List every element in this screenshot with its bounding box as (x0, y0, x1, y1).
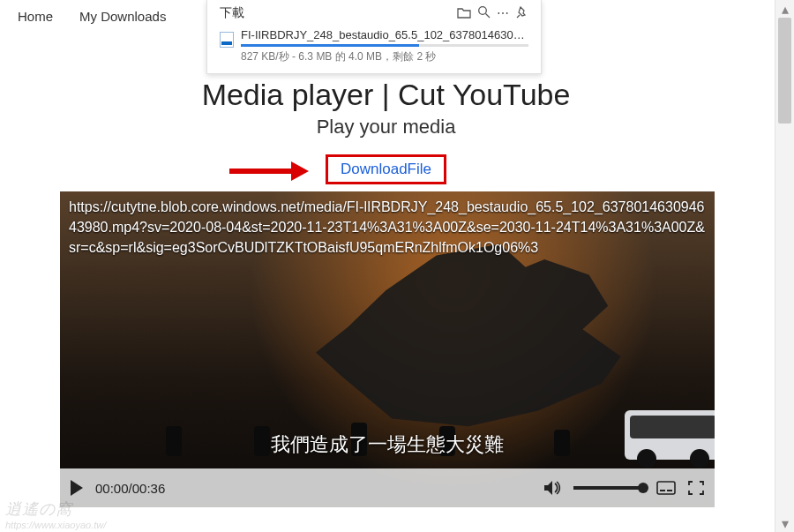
download-progress-bar (241, 44, 528, 47)
captions-icon[interactable] (656, 481, 676, 495)
play-button[interactable] (71, 480, 83, 496)
svg-rect-6 (660, 490, 665, 491)
download-status: 827 KB/秒 - 6.3 MB 的 4.0 MB，剩餘 2 秒 (241, 49, 528, 64)
download-filename: FI-IIRBDRJY_248_bestaudio_65.5_102_63780… (241, 28, 528, 41)
video-subtitle: 我們造成了一場生態大災難 (60, 431, 715, 458)
download-panel-header: 下載 ⋯ (207, 0, 541, 26)
svg-rect-5 (657, 482, 675, 494)
fullscreen-icon[interactable] (688, 481, 704, 495)
scroll-thumb[interactable] (778, 18, 791, 124)
download-link-wrap: DownloadFile (0, 154, 772, 184)
download-item[interactable]: FI-IIRBDRJY_248_bestaudio_65.5_102_63780… (207, 26, 541, 68)
page-subtitle: Play your media (0, 116, 772, 139)
svg-marker-4 (544, 481, 552, 495)
pin-icon[interactable] (513, 6, 532, 21)
video-player[interactable]: https://cutytne.blob.core.windows.net/me… (60, 191, 715, 507)
scroll-up-button[interactable]: ▴ (775, 0, 794, 18)
svg-line-1 (485, 14, 490, 19)
file-icon (220, 32, 234, 48)
download-file-link[interactable]: DownloadFile (326, 154, 446, 184)
video-time: 00:00/00:36 (95, 481, 165, 496)
page-content: Media player | Cut YouTube Play your med… (0, 71, 772, 532)
folder-icon[interactable] (454, 6, 474, 21)
browser-download-panel: 下載 ⋯ FI-IIRBDRJY_248_bestaudio_65.5_102_… (206, 0, 542, 74)
page-title: Media player | Cut YouTube (0, 71, 772, 112)
video-url-overlay: https://cutytne.blob.core.windows.net/me… (69, 197, 706, 259)
svg-point-0 (478, 7, 486, 15)
arrow-icon (229, 160, 309, 183)
svg-marker-3 (291, 161, 309, 181)
svg-rect-7 (667, 490, 672, 491)
scroll-down-button[interactable]: ▾ (775, 514, 794, 532)
download-panel-title: 下載 (220, 5, 454, 21)
search-icon[interactable] (474, 5, 493, 21)
video-controls: 00:00/00:36 (60, 468, 715, 507)
vertical-scrollbar[interactable]: ▴ ▾ (775, 0, 794, 532)
volume-slider[interactable] (573, 486, 644, 490)
nav-home[interactable]: Home (18, 9, 53, 24)
nav-my-downloads[interactable]: My Downloads (79, 9, 166, 24)
volume-icon[interactable] (543, 480, 561, 496)
more-icon[interactable]: ⋯ (493, 6, 513, 20)
watermark: 逍遙の窩 https://www.xiaoyao.tw/ (5, 498, 106, 530)
